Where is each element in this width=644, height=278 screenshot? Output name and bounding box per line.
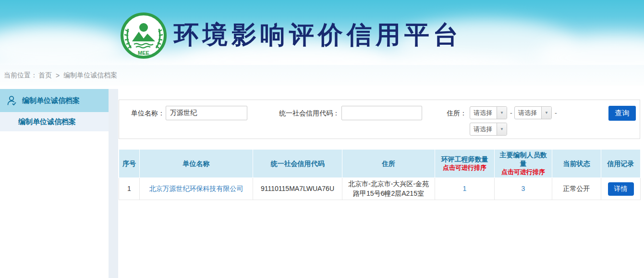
address-label: 住所： (436, 106, 467, 120)
cell-address: 北京市-北京市-大兴区-金苑路甲15号6幢2层A215室 (342, 178, 435, 200)
sidebar-item-label: 编制单位诚信档案 (22, 96, 80, 105)
cloud-decoration (0, 26, 125, 65)
cell-index: 1 (119, 178, 140, 200)
col-header-address: 住所 (342, 150, 435, 178)
breadcrumb-separator: > (56, 72, 60, 79)
cell-credit-code: 91110115MA7LWUA76U (253, 178, 342, 200)
unit-name-link[interactable]: 北京万源世纪环保科技有限公司 (149, 185, 243, 192)
col-header-credit-record: 信用记录 (601, 150, 641, 178)
site-header: MEE 环境影响评价信用平台 (0, 0, 644, 65)
page: MEE 环境影响评价信用平台 当前位置： 首页 > 编制单位诚信档案 编制单位诚… (0, 0, 644, 278)
engineer-count-link[interactable]: 1 (463, 185, 467, 192)
col-header-credit-code: 统一社会信用代码 (253, 150, 342, 178)
col-header-unit-name: 单位名称 (140, 150, 253, 178)
cell-status: 正常公开 (552, 178, 601, 200)
detail-button[interactable]: 详情 (608, 182, 634, 196)
dash-separator: - (510, 106, 512, 120)
address-province-select[interactable]: 请选择 ▼ (470, 106, 507, 119)
col-header-label: 环评工程师数量 (441, 155, 488, 163)
breadcrumb: 当前位置： 首页 > 编制单位诚信档案 (0, 65, 644, 86)
col-header-status: 当前状态 (552, 150, 601, 178)
sidebar-content-gutter (109, 89, 118, 278)
logo-text: MEE (138, 50, 149, 56)
address-city-select[interactable]: 请选择 ▼ (514, 106, 552, 119)
chevron-down-icon[interactable]: ▼ (541, 107, 551, 119)
select-value: 请选择 (470, 107, 497, 119)
breadcrumb-home-link[interactable]: 首页 (38, 71, 52, 80)
chevron-down-icon[interactable]: ▼ (497, 123, 507, 135)
select-value: 请选择 (515, 107, 541, 119)
sidebar-item-label: 编制单位诚信档案 (18, 117, 76, 126)
results-table: 序号 单位名称 统一社会信用代码 住所 环评工程师数量 点击可进行排序 主要编制… (119, 149, 641, 200)
col-header-label: 主要编制人员数量 (500, 151, 547, 167)
address-district-select[interactable]: 请选择 ▼ (470, 123, 507, 136)
breadcrumb-prefix: 当前位置： (4, 71, 37, 80)
col-header-staff-count[interactable]: 主要编制人员数量 点击可进行排序 (495, 150, 552, 178)
credit-code-label: 统一社会信用代码： (279, 106, 340, 120)
col-header-index: 序号 (119, 150, 140, 178)
sort-hint[interactable]: 点击可进行排序 (437, 164, 492, 172)
credit-code-input[interactable] (341, 106, 422, 120)
breadcrumb-current: 编制单位诚信档案 (63, 71, 117, 80)
table-header-row: 序号 单位名称 统一社会信用代码 住所 环评工程师数量 点击可进行排序 主要编制… (119, 150, 641, 178)
staff-count-link[interactable]: 3 (522, 185, 525, 192)
sidebar: 编制单位诚信档案 编制单位诚信档案 (0, 89, 109, 278)
dash-separator: - (555, 106, 557, 120)
mee-logo-icon: MEE (120, 12, 168, 60)
select-value: 请选择 (470, 123, 497, 135)
unit-name-input[interactable] (166, 106, 247, 120)
page-title: 环境影响评价信用平台 (174, 18, 462, 52)
search-panel: 单位名称： 统一社会信用代码： 住所： 请选择 ▼ - 请选择 ▼ - 请选择 … (119, 100, 640, 139)
sidebar-subitem-unit-credit-archive[interactable]: 编制单位诚信档案 (0, 112, 109, 131)
table-row: 1 北京万源世纪环保科技有限公司 91110115MA7LWUA76U 北京市-… (119, 178, 641, 200)
col-header-engineer-count[interactable]: 环评工程师数量 点击可进行排序 (435, 150, 495, 178)
user-check-icon (6, 94, 18, 107)
unit-name-label: 单位名称： (131, 106, 165, 120)
query-button[interactable]: 查询 (608, 106, 636, 121)
sidebar-item-unit-credit-archive[interactable]: 编制单位诚信档案 (0, 89, 109, 112)
sort-hint[interactable]: 点击可进行排序 (497, 168, 550, 177)
chevron-down-icon[interactable]: ▼ (497, 107, 507, 119)
